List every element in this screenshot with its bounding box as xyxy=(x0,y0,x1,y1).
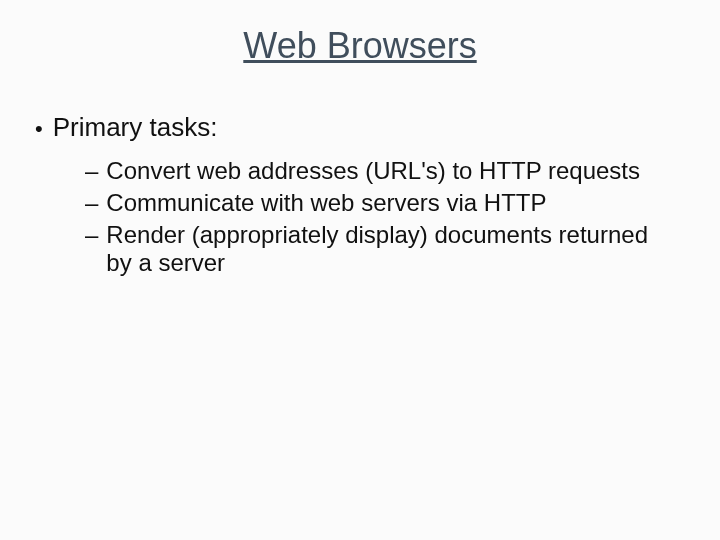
dash-marker: – xyxy=(85,157,98,186)
bullet-item: • Primary tasks: xyxy=(35,112,670,143)
sub-item-text: Communicate with web servers via HTTP xyxy=(106,189,670,218)
bullet-text: Primary tasks: xyxy=(53,112,218,143)
list-item: – Convert web addresses (URL's) to HTTP … xyxy=(85,157,670,186)
slide-content: • Primary tasks: – Convert web addresses… xyxy=(0,112,720,278)
dash-marker: – xyxy=(85,189,98,218)
dash-marker: – xyxy=(85,221,98,250)
list-item: – Render (appropriately display) documen… xyxy=(85,221,670,279)
sub-item-text: Convert web addresses (URL's) to HTTP re… xyxy=(106,157,670,186)
bullet-marker: • xyxy=(35,116,43,142)
list-item: – Communicate with web servers via HTTP xyxy=(85,189,670,218)
sub-item-text: Render (appropriately display) documents… xyxy=(106,221,670,279)
sub-list: – Convert web addresses (URL's) to HTTP … xyxy=(35,157,670,278)
slide-title: Web Browsers xyxy=(0,25,720,67)
